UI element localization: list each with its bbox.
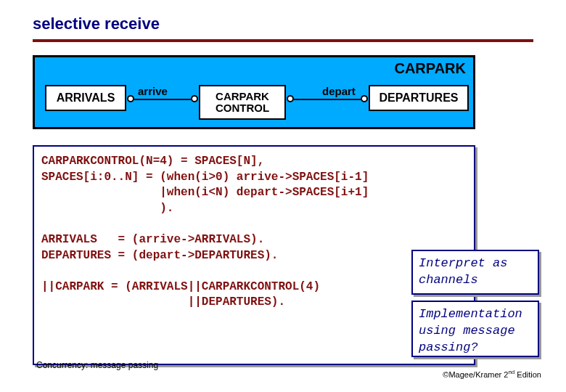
depart-link (294, 99, 362, 100)
note-implementation: Implementation using message passing? (411, 301, 539, 357)
carpark-diagram: CARPARK ARRIVALS arrive CARPARK CONTROL … (33, 55, 475, 129)
copyright-suf: Edition (514, 370, 541, 379)
arrivals-box: ARRIVALS (45, 85, 126, 111)
code-line: CARPARKCONTROL(N=4) = SPACES[N], (41, 155, 264, 168)
port-circle (287, 95, 294, 102)
note-channels: Interpret as channels (411, 250, 539, 295)
arrive-link (134, 99, 192, 100)
port-circle (127, 95, 134, 102)
code-line: ||CARPARK = (ARRIVALS||CARPARKCONTROL(4) (41, 280, 320, 293)
system-label: CARPARK (394, 60, 466, 77)
port-circle (191, 95, 198, 102)
code-line: ||DEPARTURES). (41, 295, 285, 309)
control-box: CARPARK CONTROL (199, 85, 286, 120)
code-line: ). (41, 202, 173, 215)
arrive-label: arrive (138, 85, 168, 97)
control-line1: CARPARK (216, 91, 269, 103)
title-rule (33, 39, 533, 42)
departures-box: DEPARTURES (369, 85, 469, 111)
footer-left: Concurrency: message passing (36, 360, 158, 370)
code-line: ARRIVALS = (arrive->ARRIVALS). (41, 233, 264, 246)
copyright-pre: ©Magee/Kramer (443, 370, 504, 379)
fsp-code: CARPARKCONTROL(N=4) = SPACES[N], SPACES[… (33, 145, 475, 365)
port-circle (361, 95, 368, 102)
edition-ordinal: nd (508, 369, 514, 375)
depart-label: depart (322, 85, 356, 97)
control-line2: CONTROL (216, 102, 269, 115)
code-line: DEPARTURES = (depart->DEPARTURES). (41, 249, 278, 262)
slide-title: selective receive (33, 15, 533, 38)
code-line: SPACES[i:0..N] = (when(i>0) arrive->SPAC… (41, 171, 369, 184)
code-line: |when(i<N) depart->SPACES[i+1] (41, 186, 369, 199)
footer-right: ©Magee/Kramer 2nd Edition (443, 369, 541, 379)
